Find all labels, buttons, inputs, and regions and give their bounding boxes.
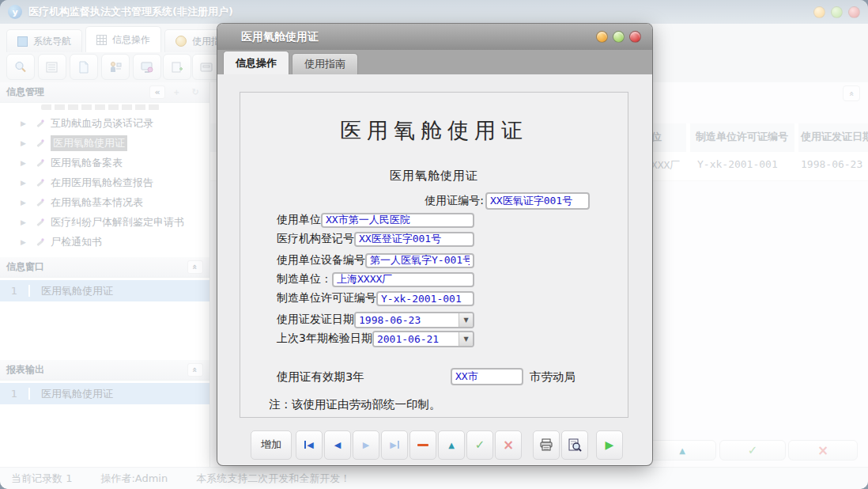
post-record-button[interactable]: ✓ bbox=[466, 430, 493, 460]
check-icon: ✓ bbox=[475, 438, 485, 452]
cert-no-input[interactable] bbox=[485, 192, 590, 210]
license-no-input[interactable] bbox=[376, 291, 474, 306]
run-report-button[interactable]: ▶ bbox=[596, 430, 623, 460]
print-preview-icon bbox=[568, 438, 582, 452]
screen: y 医疗机构监督执法文书管理系统(非注册用户) 系统导航 信息操作 使用指南 bbox=[0, 0, 868, 489]
use-unit-input[interactable] bbox=[321, 213, 474, 228]
registration-no-input[interactable] bbox=[354, 232, 474, 247]
play-icon: ▶ bbox=[606, 438, 614, 451]
field-manufacturer: 制造单位： bbox=[277, 271, 474, 288]
x-icon: × bbox=[503, 438, 514, 452]
field-use-unit: 使用单位 bbox=[277, 211, 474, 229]
printer-icon bbox=[539, 438, 553, 451]
cert-no-row: 使用证编号: bbox=[240, 192, 628, 210]
validity-label: 使用证有效期3年 bbox=[277, 370, 364, 385]
validity-row: 使用证有效期3年 市劳动局 bbox=[277, 368, 576, 385]
last-record-icon: ▶ bbox=[390, 440, 398, 450]
certificate-form-panel: 医用氧舱使用证 医用氧舱使用证 使用证编号: 使用单位 医疗机构登记号 使用单位… bbox=[240, 92, 628, 418]
dialog-maximize-button[interactable] bbox=[613, 31, 625, 43]
cert-no-label: 使用证编号: bbox=[425, 194, 484, 208]
dialog-title: 医用氧舱使用证 bbox=[241, 30, 319, 44]
issuer-suffix-label: 市劳动局 bbox=[530, 370, 576, 385]
device-no-input[interactable] bbox=[365, 253, 474, 268]
chevron-down-icon[interactable]: ▼ bbox=[459, 332, 473, 346]
last-inspection-dropdown[interactable]: ▼ bbox=[372, 331, 474, 347]
field-device-no: 使用单位设备编号 bbox=[277, 252, 474, 269]
edit-record-button[interactable]: ▲ bbox=[438, 430, 465, 460]
dialog-window-controls bbox=[596, 31, 641, 43]
dialog-close-button[interactable] bbox=[629, 31, 641, 43]
print-preview-button[interactable] bbox=[561, 430, 588, 460]
dialog-minimize-button[interactable] bbox=[596, 31, 608, 43]
last-inspection-input[interactable] bbox=[374, 332, 459, 346]
prev-record-button[interactable]: ◀ bbox=[324, 430, 351, 460]
next-record-icon: ▶ bbox=[363, 440, 369, 450]
issue-date-input[interactable] bbox=[356, 313, 459, 327]
dialog-toolbar: 增加 ◀ ◀ ▶ ▶ ▲ ✓ × ▶ bbox=[217, 424, 652, 465]
issuer-city-input[interactable] bbox=[451, 368, 523, 385]
print-button[interactable] bbox=[533, 430, 560, 460]
dialog-tab-user-guide[interactable]: 使用指南 bbox=[292, 53, 358, 74]
chevron-down-icon[interactable]: ▼ bbox=[459, 313, 473, 327]
prev-record-icon: ◀ bbox=[334, 440, 341, 450]
dialog-tab-info-operation[interactable]: 信息操作 bbox=[223, 51, 289, 74]
dialog-titlebar[interactable]: 医用氧舱使用证 bbox=[217, 24, 652, 50]
first-record-button[interactable]: ◀ bbox=[296, 430, 323, 460]
add-record-button[interactable]: 增加 bbox=[251, 430, 292, 460]
next-record-button[interactable]: ▶ bbox=[353, 430, 379, 460]
field-registration-no: 医疗机构登记号 bbox=[277, 230, 474, 248]
form-note: 注：该使用证由劳动部统一印制。 bbox=[269, 397, 628, 412]
form-subtitle: 医用氧舱使用证 bbox=[240, 169, 628, 184]
triangle-up-icon: ▲ bbox=[448, 441, 455, 449]
field-license-no: 制造单位许可证编号 bbox=[277, 290, 474, 307]
delete-record-button[interactable] bbox=[409, 430, 436, 460]
issue-date-dropdown[interactable]: ▼ bbox=[354, 312, 474, 328]
last-record-button[interactable]: ▶ bbox=[381, 430, 408, 460]
oxygen-chamber-cert-dialog: 医用氧舱使用证 信息操作 使用指南 医用氧舱使用证 医用氧舱使用证 使用证编号:… bbox=[217, 24, 652, 465]
manufacturer-input[interactable] bbox=[332, 272, 474, 287]
first-record-icon: ◀ bbox=[304, 440, 313, 450]
dialog-tabstrip: 信息操作 使用指南 bbox=[217, 50, 652, 74]
dialog-body: 医用氧舱使用证 医用氧舱使用证 使用证编号: 使用单位 医疗机构登记号 使用单位… bbox=[217, 74, 652, 424]
field-last-inspection-date: 上次3年期检验日期 ▼ bbox=[277, 330, 474, 347]
cancel-record-button[interactable]: × bbox=[495, 430, 522, 460]
field-issue-date: 使用证发证日期 ▼ bbox=[277, 311, 474, 328]
form-title: 医用氧舱使用证 bbox=[240, 116, 628, 145]
minus-icon bbox=[417, 444, 428, 446]
